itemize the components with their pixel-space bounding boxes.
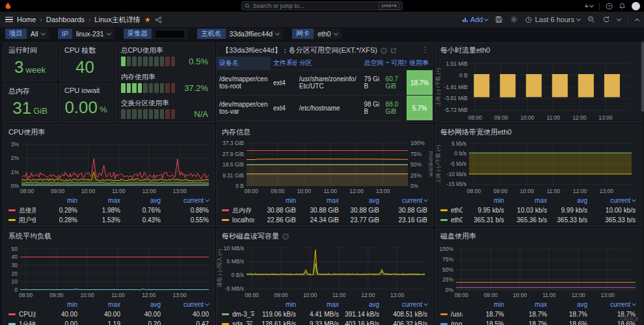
refresh-interval-caret-icon[interactable] [617,16,621,21]
svg-text:11:00: 11:00 [323,188,337,194]
panel-uptime[interactable]: 运行时间 3week [3,42,57,82]
table-header[interactable]: ~ 可用空间 [383,57,407,70]
variable-ip[interactable]: IPlinux-231 [58,29,114,39]
chart-legend[interactable]: minmaxavgcurrent 总内存30.88 GiB30.88 GiB30… [217,196,433,226]
dashboard-settings-gear-icon[interactable] [510,16,518,23]
search-input[interactable]: Search or jump to... cmd+k [241,1,403,10]
table-header[interactable]: 分区 [297,57,362,70]
legend-row[interactable]: /usr/share/zoneinfo/Etc/UTC18.7%18.7%18.… [440,309,636,319]
variable-nic[interactable]: 网卡eth0 [292,29,341,39]
variable-value[interactable]: All [27,29,49,39]
legend-row[interactable]: dm-3_写入119.06 kB/s4.41 MB/s391.14 kB/s40… [222,309,427,319]
panel-cpu-usage[interactable]: CPU使用率 0%1%2%3%08:0009:0010:0011:0012:00… [3,124,215,227]
legend-row[interactable]: eth0_out上传9.95 kb/s10.03 kb/s9.99 kb/s10… [440,205,636,215]
menu-toggle-icon[interactable] [5,17,13,23]
table-row[interactable]: /dev/mapper/centos-rootext4/usr/share/zo… [217,70,433,96]
help-icon[interactable]: ? [606,3,613,10]
disk-usage-chart[interactable]: 0%25%50%75%100%08:0009:0010:0011:0012:00… [435,242,641,300]
legend-row[interactable]: CPU总核数40.0040.0040.0040.00 [8,309,209,319]
chart-legend[interactable]: minmaxavgcurrent 总使用率0.28%1.98%0.76%0.88… [3,196,214,226]
system-load-chart[interactable]: 0102030405008:0009:0010:0011:0012:0013:0… [3,242,214,300]
svg-text:09:00: 09:00 [51,188,65,194]
table-header[interactable]: 设备名 [217,57,271,70]
table-row[interactable]: /dev/mapper/centos-varext4/etc/hostname9… [217,96,433,121]
svg-text:10:00: 10:00 [297,188,312,194]
legend-row[interactable]: 总内存30.88 GiB30.88 GiB30.88 GiB30.88 GiB [222,205,427,215]
panel-disk-readwrite[interactable]: 每秒磁盘读写容量 i 读取 (-) /写入 (+)10 MB/s5 MB/s0 … [216,228,433,325]
panel-cpu-iowait[interactable]: CPU iowait 0.00% [59,83,113,123]
svg-text:-10 kb/s: -10 kb/s [447,171,466,177]
disk-readwrite-chart[interactable]: 读取 (-) /写入 (+)10 MB/s5 MB/s0 B/s-5 MB/s0… [217,242,433,300]
panel-cpu-cores[interactable]: CPU 核数 40 [59,42,113,82]
svg-text:-1.91 MiB: -1.91 MiB [444,84,468,90]
svg-text:09:00: 09:00 [484,292,498,298]
panel-memory-info[interactable]: 内存信息 内存使用率0 B9.31 GiB18.6 GiB27.9 GiB37.… [216,124,433,227]
cpu-usage-chart[interactable]: 0%1%2%3%08:0009:0010:0011:0012:0013:00 [3,138,214,196]
memory-info-chart[interactable]: 内存使用率0 B9.31 GiB18.6 GiB27.9 GiB37.3 GiB… [217,138,433,196]
legend-row[interactable]: 用户使用率0.28%1.53%0.43%0.55% [8,215,209,225]
info-icon[interactable]: i [282,233,289,240]
svg-text:3%: 3% [11,141,20,148]
network-bandwidth-chart[interactable]: 上传 (-) /下载 (+)5 kb/s0 b/s-5 kb/s-10 kb/s… [435,138,641,196]
legend-row[interactable]: eth0_in下载365.31 b/s365.36 b/s365.33 b/s3… [440,215,636,225]
svg-text:18.6 GiB: 18.6 GiB [222,161,244,168]
breadcrumb-home[interactable]: Home [17,16,36,23]
panel-title: 系统平均负载 [3,229,214,242]
save-dashboard-icon[interactable] [495,16,503,23]
time-range-picker[interactable]: Last 6 hours [525,16,580,23]
chart-legend[interactable]: minmaxavgcurrent CPU总核数40.0040.0040.0040… [3,300,214,325]
legend-row[interactable]: /rootfs18.5%18.7%18.6%18.6% [440,319,636,325]
variable-value[interactable] [152,29,188,39]
table-header[interactable]: 使用率 [407,57,433,70]
chart-legend[interactable]: minmaxavgcurrent /usr/share/zoneinfo/Etc… [435,300,641,325]
notifications-bell-icon[interactable] [619,3,626,10]
panel-system-load[interactable]: 系统平均负载 0102030405008:0009:0010:0011:0012… [3,228,215,325]
variable-value[interactable]: 33da3f6ec44d [226,29,284,39]
refresh-icon[interactable] [602,16,610,23]
favorite-star-icon[interactable]: ★ [144,16,151,24]
variable-project[interactable]: 项目All [5,29,49,39]
variable-hostname[interactable]: 主机名33da3f6ec44d [197,29,283,39]
variable-value[interactable]: eth0 [314,29,341,39]
svg-text:13:00: 13:00 [601,292,615,298]
svg-text:12:00: 12:00 [361,292,375,298]
panel-total-memory[interactable]: 总内存 31GiB [3,83,57,123]
share-icon[interactable] [155,16,162,23]
breadcrumb-dashboards[interactable]: Dashboards [46,16,85,23]
variable-collector[interactable]: 采集器 [124,29,189,39]
legend-row[interactable]: sda_写入128.61 kB/s9.33 MB/s403.16 kB/s406… [222,319,427,325]
panel-network-bandwidth-eth0[interactable]: 每秒网络带宽使用eth0 上传 (-) /下载 (+)5 kb/s0 b/s-5… [435,124,641,227]
panel-menu-icon[interactable]: ⋮ [422,46,429,54]
table-header[interactable]: 文件系统 [271,57,297,70]
info-icon[interactable]: i [381,47,387,54]
panel-disk-usage[interactable]: 磁盘使用率 0%25%50%75%100%08:0009:0010:0011:0… [435,228,641,325]
add-panel-button[interactable]: Add [462,16,489,23]
hourly-traffic-chart[interactable]: 上传 (-) /下载 (+)1.91 MiB0 B-1.91 MiB-3.81 … [435,57,641,122]
external-link-icon[interactable] [390,47,397,54]
panel-usage-gauges[interactable]: 总CPU使用率 0.5%内存使用率 37.2%交换分区使用率 N/A [114,42,215,123]
panel-hourly-traffic-eth0[interactable]: 每小时流量eth0 上传 (-) /下载 (+)1.91 MiB0 B-1.91… [435,42,641,123]
dashboard-scrollbar[interactable] [641,40,644,325]
search-placeholder: Search or jump to... [253,3,376,9]
stat-value: 3 [14,58,23,75]
svg-text:12:00: 12:00 [349,188,364,194]
panel-partition-table[interactable]: 【33da3f6ec44d】：各分区可用空间(EXT.*/XFS) i ⋮ 设备… [216,42,433,123]
zoom-out-icon[interactable] [587,16,595,23]
chart-legend[interactable]: minmaxavgcurrent dm-3_写入119.06 kB/s4.41 … [217,300,433,325]
grafana-logo-icon[interactable] [4,2,12,10]
svg-text:13:00: 13:00 [172,292,187,298]
legend-row[interactable]: 总使用率0.28%1.98%0.76%0.88% [8,205,209,215]
table-header[interactable]: 总空间 [361,57,382,70]
variable-value[interactable]: linux-231 [72,29,114,39]
svg-text:08:00: 08:00 [20,188,34,194]
legend-row[interactable]: 1分钟负载0.001.190.200.47 [8,319,209,325]
user-avatar[interactable] [632,2,640,10]
svg-text:40: 40 [12,254,18,260]
legend-row[interactable]: localhost_已用(total-cache-buf-free)22.86 … [222,215,427,225]
gauge-label: 内存使用率 [121,73,208,82]
new-button[interactable]: + [585,2,593,10]
collapse-toolbar-icon[interactable] [635,18,639,23]
legend-header: minmaxavgcurrent [440,300,636,309]
panel-title: 运行时间 [3,43,57,57]
chart-legend[interactable]: minmaxavgcurrent eth0_out上传9.95 kb/s10.0… [435,196,641,226]
